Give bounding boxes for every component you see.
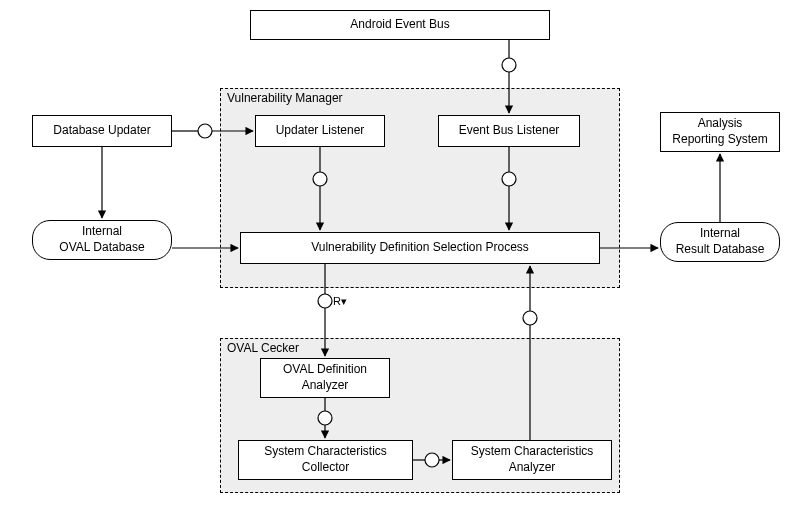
- node-vuln-def-selection: Vulnerability Definition Selection Proce…: [240, 232, 600, 264]
- node-updater-listener: Updater Listener: [255, 115, 385, 147]
- svg-point-1: [502, 58, 516, 72]
- svg-point-26: [523, 311, 537, 325]
- node-sys-char-collector: System Characteristics Collector: [238, 440, 413, 480]
- node-android-event-bus: Android Event Bus: [250, 10, 550, 40]
- node-sys-char-analyzer: System Characteristics Analyzer: [452, 440, 612, 480]
- group-label-vuln-manager: Vulnerability Manager: [227, 91, 343, 105]
- svg-point-4: [198, 124, 212, 138]
- node-analysis-reporting: Analysis Reporting System: [660, 112, 780, 152]
- node-database-updater: Database Updater: [32, 115, 172, 147]
- svg-point-17: [318, 294, 332, 308]
- node-internal-result-db: Internal Result Database: [660, 222, 780, 262]
- node-oval-def-analyzer: OVAL Definition Analyzer: [260, 358, 390, 398]
- node-internal-oval-db: Internal OVAL Database: [32, 220, 172, 260]
- node-event-bus-listener: Event Bus Listener: [438, 115, 580, 147]
- group-label-oval-checker: OVAL Cecker: [227, 341, 299, 355]
- label-rv: R▾: [333, 295, 347, 308]
